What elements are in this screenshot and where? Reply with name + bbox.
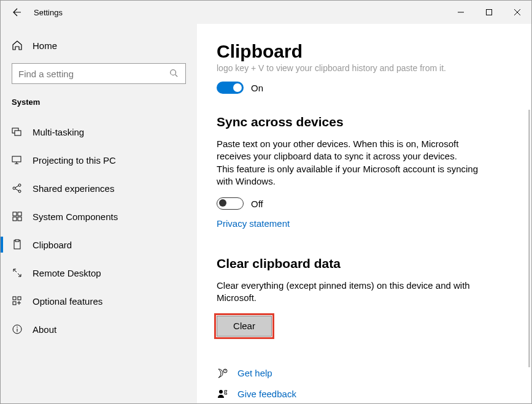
multitasking-icon: [12, 126, 23, 137]
sidebar-item-remote[interactable]: Remote Desktop: [1, 259, 197, 287]
clipboard-icon: [12, 239, 23, 250]
clipboard-history-toggle[interactable]: [217, 82, 244, 94]
svg-line-12: [15, 186, 18, 188]
svg-line-13: [15, 189, 18, 191]
search-box[interactable]: [12, 63, 186, 84]
svg-rect-20: [13, 297, 16, 300]
svg-rect-14: [13, 212, 17, 216]
give-feedback-link[interactable]: Give feedback: [237, 389, 296, 399]
clear-description: Clear everything (except pinned items) o…: [217, 280, 480, 305]
sidebar-item-shared[interactable]: Shared experiences: [1, 174, 197, 202]
close-icon: [514, 9, 521, 16]
help-icon: ?: [217, 367, 229, 379]
sync-toggle[interactable]: [217, 197, 244, 210]
svg-rect-19: [15, 240, 19, 242]
sync-toggle-state: Off: [251, 199, 263, 209]
svg-point-10: [18, 184, 21, 186]
search-icon: [169, 69, 179, 78]
arrow-left-icon: [12, 7, 22, 17]
privacy-link[interactable]: Privacy statement: [217, 218, 290, 229]
svg-rect-16: [13, 217, 17, 221]
clear-heading: Clear clipboard data: [217, 256, 507, 271]
sidebar-item-label: Multi-tasking: [33, 127, 84, 137]
feedback-icon: [217, 388, 229, 400]
info-icon: [12, 324, 23, 335]
home-icon: [12, 40, 23, 51]
sidebar-item-label: Projecting to this PC: [33, 155, 116, 166]
maximize-button[interactable]: [475, 2, 503, 22]
svg-rect-5: [15, 131, 21, 135]
minimize-button[interactable]: [447, 2, 475, 22]
sidebar-item-optional[interactable]: Optional features: [1, 287, 197, 315]
sidebar-item-label: Optional features: [33, 296, 102, 307]
svg-point-2: [171, 70, 176, 75]
sidebar-item-label: Shared experiences: [33, 183, 114, 194]
content-area: Clipboard logo key + V to view your clip…: [197, 24, 531, 403]
svg-rect-17: [18, 217, 21, 221]
svg-rect-15: [18, 212, 21, 216]
features-icon: [12, 295, 23, 307]
get-help-link[interactable]: Get help: [237, 368, 272, 378]
sidebar-item-multitasking[interactable]: Multi-tasking: [1, 118, 197, 146]
svg-rect-22: [13, 302, 16, 305]
titlebar: Settings: [1, 1, 531, 24]
search-input[interactable]: [18, 69, 169, 79]
clear-button[interactable]: Clear: [217, 316, 272, 337]
minimize-icon: [457, 9, 465, 16]
share-icon: [12, 183, 23, 194]
close-button[interactable]: [503, 2, 531, 22]
sidebar-item-label: About: [33, 324, 56, 335]
scrollbar[interactable]: [528, 110, 530, 367]
svg-text:?: ?: [225, 369, 226, 373]
sidebar-item-components[interactable]: System Components: [1, 202, 197, 231]
sidebar-item-label: Clipboard: [33, 240, 72, 250]
svg-point-9: [13, 187, 15, 189]
sidebar-home[interactable]: Home: [1, 34, 197, 57]
svg-rect-1: [487, 10, 492, 15]
window-title: Settings: [34, 8, 63, 17]
history-description-cutoff: logo key + V to view your clipboard hist…: [217, 63, 507, 73]
svg-rect-6: [12, 156, 21, 162]
projecting-icon: [12, 154, 23, 166]
sidebar-home-label: Home: [33, 40, 57, 51]
sidebar-item-projecting[interactable]: Projecting to this PC: [1, 146, 197, 174]
svg-rect-21: [18, 297, 21, 300]
back-button[interactable]: [12, 7, 23, 18]
remote-icon: [12, 267, 23, 278]
sidebar-item-label: System Components: [33, 212, 118, 222]
sidebar-category: System: [1, 84, 197, 113]
sidebar-nav: Multi-tasking Projecting to this PC Shar…: [1, 118, 197, 343]
clipboard-history-toggle-state: On: [251, 83, 263, 93]
sidebar: Home System Multi-tasking Projecting to …: [1, 24, 197, 403]
sync-heading: Sync across devices: [217, 115, 507, 129]
svg-point-25: [17, 327, 18, 328]
page-title: Clipboard: [217, 41, 507, 62]
components-icon: [12, 211, 23, 222]
svg-line-3: [175, 75, 178, 77]
maximize-icon: [485, 9, 493, 16]
svg-point-11: [18, 190, 21, 192]
sidebar-item-label: Remote Desktop: [33, 268, 101, 278]
svg-point-28: [219, 390, 223, 394]
sync-description: Paste text on your other devices. When t…: [217, 138, 480, 188]
sidebar-item-clipboard[interactable]: Clipboard: [1, 231, 197, 259]
sidebar-item-about[interactable]: About: [1, 315, 197, 343]
